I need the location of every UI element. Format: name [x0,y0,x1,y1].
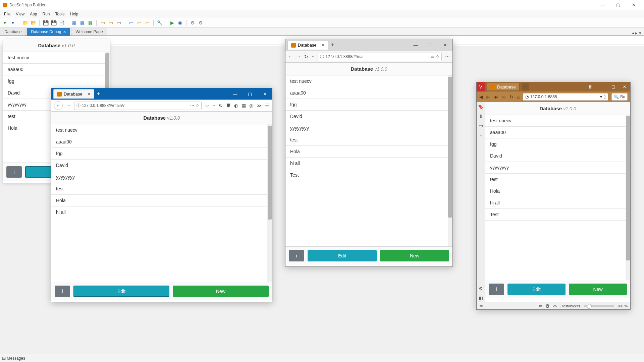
edit-button[interactable]: Edit [507,284,566,295]
back-button[interactable]: ← [288,54,293,59]
browser-tab[interactable]: Database ✕ [287,40,328,50]
reload-icon[interactable]: ↻ [219,103,223,108]
browser-tab[interactable]: Database ✕ [53,89,94,99]
bookmarks-icon[interactable]: 🔖 [478,104,484,110]
settings2-icon[interactable]: ⚙ [197,19,204,26]
scrollbar[interactable] [448,75,452,246]
list-item[interactable]: Test [285,169,452,181]
tab-database-debug[interactable]: Database Debug✕ [26,28,70,36]
maximize-button[interactable]: ▢ [607,84,619,89]
folder2-icon[interactable]: 📂 [30,19,37,26]
notes-icon[interactable]: ▭ [479,123,483,128]
list-item[interactable]: aaaa00 [3,64,110,75]
reader-icon[interactable]: ▭ [431,54,434,59]
close-button[interactable]: ✕ [626,2,641,7]
list-item[interactable]: hi all [51,206,272,218]
maximize-button[interactable]: ▢ [610,2,626,7]
trash-icon[interactable]: 🗑 [585,84,596,89]
star-icon[interactable]: ☆ [205,103,209,108]
tab-close-icon[interactable]: ✕ [63,30,66,34]
status-icon[interactable]: ▭ [479,304,483,308]
minimize-button[interactable]: — [408,43,423,48]
forward-button[interactable]: → [66,103,71,108]
minimize-button[interactable]: — [595,2,610,7]
list-item[interactable]: aaaa00 [485,127,630,138]
search-box[interactable]: 🔍Bu [611,93,628,101]
list-item[interactable]: aaaa00 [285,87,452,99]
grid1-icon[interactable]: ▦ [71,19,77,26]
stop-icon[interactable]: ◉ [177,19,183,26]
vivaldi-logo-icon[interactable]: V [477,82,485,92]
info-button[interactable]: i [289,250,304,261]
info-button[interactable]: i [55,286,70,297]
list-item[interactable]: fgg [51,148,272,160]
home-icon[interactable]: ⌂ [517,94,520,100]
new-button[interactable]: New [569,284,627,295]
address-bar[interactable]: ⓘ 127.0.0.1:8888/#/mainV ⋯ ☆ [74,102,202,110]
menu-file[interactable]: File [1,12,13,16]
rewind-button[interactable]: ⏮ [493,94,498,100]
image-icon[interactable]: 🖼 [546,304,549,308]
menu-view[interactable]: View [13,12,27,16]
saveall-icon[interactable]: 💾 [50,19,57,26]
edit-button[interactable]: Edit [73,286,169,297]
browser-tab[interactable]: Database [487,83,520,91]
info-button[interactable]: i [489,284,504,295]
new-tab-button[interactable]: + [97,91,100,97]
list-item[interactable]: Hola [51,195,272,206]
panel5-icon[interactable]: ▭ [136,19,143,26]
info-button[interactable]: i [6,166,22,178]
panel1-icon[interactable]: ▭ [99,19,106,26]
bookmark-icon[interactable]: ▯ [603,95,606,99]
close-button[interactable]: ✕ [619,84,630,89]
list-item[interactable]: test [51,183,272,195]
home-icon[interactable]: ⌂ [213,103,215,108]
maximize-button[interactable]: ▢ [423,43,438,48]
close-button[interactable]: ✕ [257,92,272,97]
scrollbar[interactable] [626,115,630,280]
back-button[interactable]: ← [54,101,63,110]
panel4-icon[interactable]: ▭ [128,19,135,26]
minimize-button[interactable]: — [596,84,607,89]
panel3-icon[interactable]: ▭ [115,19,122,26]
menu-run[interactable]: Run [40,12,53,16]
new-tab-button[interactable]: + [331,42,334,48]
dropdown-icon[interactable]: ▾ [600,95,602,99]
play-icon[interactable]: ▶ [169,19,175,26]
grid2-icon[interactable]: ▦ [79,19,86,26]
app-list[interactable]: test nuecv aaaa00 fgg David yyyyyyyy tes… [51,124,272,282]
address-bar[interactable]: ◔ 127.0.0.1:8888 ▾ ▯ [523,93,608,101]
reset-zoom[interactable]: Restablecer [560,304,580,308]
list-item[interactable]: fgg [285,99,452,111]
settings1-icon[interactable]: ⚙ [189,19,196,26]
list-item[interactable]: fgg [485,138,630,150]
reload-icon[interactable]: ↻ [509,94,514,100]
wrench-icon[interactable]: 🔧 [156,19,163,26]
panel2-icon[interactable]: ▭ [107,19,114,26]
list-item[interactable]: yyyyyyyy [51,171,272,183]
menu-tools[interactable]: Tools [53,12,67,16]
edit-button[interactable]: Edit [308,250,377,261]
code-icon[interactable]: <> [553,304,557,308]
list-item[interactable]: test nuecv [285,75,452,87]
tab-close-icon[interactable]: ✕ [87,92,91,97]
list-item[interactable]: hi all [485,197,630,209]
menu-icon[interactable]: ⋯ [445,54,450,59]
forward-button[interactable]: ▶ [486,94,490,100]
tab-close-icon[interactable]: ✕ [321,43,325,48]
list-item[interactable]: David [51,160,272,171]
ff-button[interactable]: ⏭ [501,94,506,100]
copy-icon[interactable]: 📑 [58,19,65,26]
new-tab-button[interactable]: + [522,83,529,90]
tile-icon[interactable]: ▭ [539,304,542,308]
new-icon[interactable]: ▾ [1,19,8,26]
panel6-icon[interactable]: ▭ [144,19,151,26]
menu-icon[interactable]: ☰ [265,103,269,108]
back-button[interactable]: ◀ [479,94,483,100]
ext1-icon[interactable]: ◐ [234,103,238,108]
new-button[interactable]: New [173,286,269,297]
list-item[interactable]: Hola [485,185,630,197]
bookmark-icon[interactable]: ☆ [196,103,199,108]
tab-welcome[interactable]: Welcome Page [71,28,107,36]
list-item[interactable]: David [285,111,452,122]
